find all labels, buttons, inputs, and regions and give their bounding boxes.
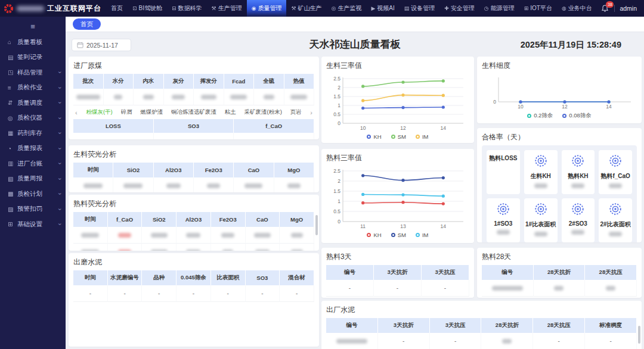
sidebar-item-质检仪器[interactable]: ◎质检仪器› — [0, 111, 66, 126]
sidebar-item-签到记录[interactable]: ▤签到记录 — [0, 50, 66, 66]
svg-text:0: 0 — [338, 120, 340, 126]
chart-legend: 0.2筛余0.08筛余 — [482, 112, 637, 120]
column-header: 3天抗折 — [378, 318, 430, 333]
table-row: --- — [73, 133, 314, 139]
nav-item-能源管理[interactable]: ◷能源管理 — [479, 0, 519, 17]
material-tab-采矿废渣(粉末)[interactable]: 采矿废渣(粉末) — [244, 108, 282, 116]
column-header: 28天抗压 — [585, 265, 637, 280]
sidebar-item-label: 质检仪器 — [17, 114, 59, 122]
collapse-sidebar-icon[interactable]: ≡ — [0, 17, 66, 35]
legend-item-0.08筛余[interactable]: 0.08筛余 — [562, 112, 592, 120]
table-cell — [280, 227, 314, 244]
panel-clinker-ratios-chart: 熟料三率值 00.511.522.5111314 KHSMIM — [321, 149, 474, 243]
redacted-value — [492, 286, 523, 291]
redacted-value — [221, 233, 234, 238]
redacted-value — [81, 250, 99, 251]
scrollbar-thumb[interactable] — [315, 215, 318, 235]
date-picker[interactable]: 2025-11-17 — [72, 39, 131, 51]
material-tab-铜冶炼渣选矿废渣[interactable]: 铜冶炼渣选矿废渣 — [171, 108, 216, 116]
tab-home[interactable]: 首页 — [73, 18, 101, 30]
legend-item-IM[interactable]: IM — [416, 133, 429, 140]
nav-item-数据科学[interactable]: ⊟数据科学 — [167, 0, 207, 17]
chart-title: 生料三率值 — [326, 61, 469, 71]
legend-marker-icon — [416, 135, 420, 139]
table-cell — [108, 244, 143, 251]
prev-tabs-arrow[interactable]: ‹ — [75, 109, 78, 116]
nav-item-安全管理[interactable]: ✚安全管理 — [439, 0, 479, 17]
panel-pass-rate: 合格率（天） 熟料LOSS生料KH熟料KH熟料f_CaO1#SO31#比表面积2… — [477, 128, 642, 242]
sidebar-item-质量周报[interactable]: ▧质量周报› — [0, 172, 66, 187]
quality-icon: ◉ — [252, 5, 256, 11]
nav-item-设备管理[interactable]: ▤设备管理 — [400, 0, 440, 17]
legend-label: IM — [422, 133, 429, 140]
legend-item-IM[interactable]: IM — [416, 232, 429, 238]
material-tab-粘土[interactable]: 粘土 — [225, 108, 236, 116]
table-cell: - — [73, 285, 108, 302]
sidebar-item-样品管理[interactable]: ◳样品管理› — [0, 65, 66, 80]
panel-clinker-28day: 熟料28天 编号28天抗折28天抗压 — [477, 248, 642, 298]
column-header: Fe2O3 — [211, 212, 246, 227]
calendar-icon — [77, 42, 83, 48]
material-tab-页岩[interactable]: 页岩 — [290, 108, 302, 116]
sidebar-item-label: 质量调度 — [17, 99, 59, 107]
next-tabs-arrow[interactable]: › — [309, 109, 313, 116]
svg-text:1.5: 1.5 — [333, 188, 340, 194]
column-header: 3天抗折 — [374, 265, 422, 280]
material-tab-燃煤炉渣[interactable]: 燃煤炉渣 — [140, 108, 163, 116]
legend-item-KH[interactable]: KH — [367, 133, 381, 140]
nav-item-业务中台[interactable]: ◍业务中台 — [557, 0, 594, 17]
nav-item-视频AI[interactable]: ▶视频AI — [366, 0, 399, 17]
sidebar-item-进厂台账[interactable]: ▥进厂台账› — [0, 156, 66, 172]
sidebar-item-label: 预警扣罚 — [17, 205, 59, 213]
column-header: 水泥磨编号 — [108, 270, 143, 285]
sidebar-item-质检计划[interactable]: ▩质检计划› — [0, 186, 66, 202]
table-cell — [134, 89, 164, 105]
table-cell: - — [374, 280, 422, 297]
legend-item-SM[interactable]: SM — [391, 133, 406, 140]
sidebar-item-基础设置[interactable]: ⊞基础设置› — [0, 217, 66, 232]
legend-item-0.2筛余[interactable]: 0.2筛余 — [527, 112, 553, 120]
material-tab-碎屑[interactable]: 碎屑 — [121, 108, 132, 116]
nav-item-生产管理[interactable]: ⚒生产管理 — [207, 0, 247, 17]
sidebar-item-质量调度[interactable]: ⇵质量调度› — [0, 95, 66, 111]
nav-item-IOT平台[interactable]: ⊞IOT平台 — [519, 0, 557, 17]
clinker-3day-table: 编号3天抗折3天抗压--- — [326, 265, 469, 297]
redacted-value — [290, 95, 307, 99]
nav-item-生产监视[interactable]: ◎生产监视 — [327, 0, 367, 17]
nav-item-矿山生产[interactable]: ⚒矿山生产 — [286, 0, 326, 17]
sidebar-item-质量报表[interactable]: ◔质量报表› — [0, 141, 66, 157]
legend-item-SM[interactable]: SM — [391, 232, 406, 238]
table-cell — [481, 333, 533, 349]
sidebar-item-质检作业[interactable]: ≡质检作业› — [0, 80, 66, 96]
notification-badge: 38 — [606, 1, 614, 8]
current-datetime: 2025年11月19日 15:28:49 — [521, 39, 621, 51]
table-cell — [142, 244, 177, 251]
card-label: 熟料KH — [568, 172, 588, 180]
table-cell — [246, 244, 280, 251]
table-cell: - — [585, 333, 637, 349]
sidebar-item-label: 质量看板 — [17, 38, 61, 46]
nav-item-label: IOT平台 — [530, 4, 552, 13]
device-icon: ▤ — [404, 5, 410, 11]
legend-item-KH[interactable]: KH — [367, 232, 381, 238]
nav-item-质量管理[interactable]: ◉质量管理 — [247, 0, 287, 17]
user-menu[interactable]: admin — [620, 5, 637, 12]
table-cell: - — [280, 285, 314, 302]
nav-item-BI驾驶舱[interactable]: ⊡BI驾驶舱 — [128, 0, 167, 17]
data-table: 时间SiO2Al2O3Fe2O3CaOMgO — [73, 163, 314, 192]
scrollbar-thumb[interactable] — [638, 326, 640, 344]
column-header: 热值 — [284, 74, 315, 89]
sidebar-item-预警扣罚[interactable]: ▨预警扣罚› — [0, 202, 66, 217]
badge-icon — [571, 154, 584, 170]
sidebar-item-质量看板[interactable]: ⌂质量看板 — [0, 35, 66, 50]
table-cell: - — [246, 285, 280, 302]
clinker-xrf-table: 时间f_CaOSiO2Al2O3Fe2O3CaOMgO — [73, 212, 314, 251]
notification-bell-icon[interactable]: 38 — [601, 4, 609, 13]
nav-item-首页[interactable]: 首页 — [106, 0, 128, 17]
data-table: 批次水分内水灰分挥发分Fcad全硫热值 — [73, 74, 314, 105]
chevron-down-icon: › — [57, 193, 63, 195]
material-tab-粉煤灰(干)[interactable]: 粉煤灰(干) — [86, 108, 112, 116]
sidebar-item-药剂库存[interactable]: ▦药剂库存› — [0, 126, 66, 141]
sidebar-item-label: 签到记录 — [17, 53, 61, 61]
pass-rate-card-熟料KH: 熟料KH — [562, 150, 595, 194]
